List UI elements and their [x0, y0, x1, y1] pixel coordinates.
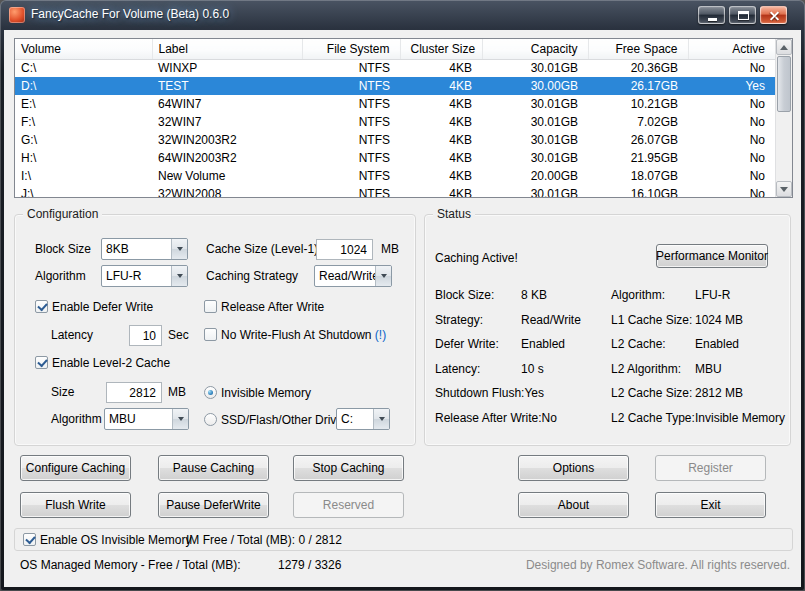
status-field: Block Size:8 KB [435, 288, 547, 302]
maximize-icon [738, 11, 749, 20]
volume-cell: 20.00GB [482, 167, 588, 185]
status-field: L1 Cache Size:1024 MB [611, 313, 743, 327]
volume-cell: 4KB [400, 59, 482, 77]
block-size-label: Block Size [35, 238, 91, 260]
about-button[interactable]: About [518, 492, 629, 518]
chevron-down-icon[interactable] [375, 266, 391, 286]
scroll-down-button[interactable] [776, 181, 792, 197]
invisible-memory-radio[interactable] [204, 386, 217, 399]
volume-row[interactable]: E:\64WIN7NTFS4KB30.01GB10.21GBNo [15, 95, 775, 113]
status-field-value: Enabled [521, 337, 565, 351]
status-field-label: L2 Algorithm: [611, 362, 695, 376]
column-header-label[interactable]: Label [152, 39, 302, 59]
volume-row[interactable]: G:\32WIN2003R2NTFS4KB30.01GB26.07GBNo [15, 131, 775, 149]
block-size-combo[interactable]: 8KB [101, 238, 188, 260]
status-field-label: Algorithm: [611, 288, 695, 302]
maximize-button[interactable] [729, 6, 756, 24]
volume-row[interactable]: I:\New VolumeNTFS4KB20.00GB18.07GBNo [15, 167, 775, 185]
enable-level2-cache-label[interactable]: Enable Level-2 Cache [52, 355, 170, 371]
arrow-down-icon [780, 187, 788, 192]
release-after-write-checkbox[interactable] [204, 300, 217, 313]
volume-row[interactable]: D:\TESTNTFS4KB30.00GB26.17GBYes [15, 77, 775, 95]
window-controls [698, 6, 787, 24]
status-field: Shutdown Flush:Yes [435, 386, 544, 400]
volume-row[interactable]: H:\64WIN2003R2NTFS4KB30.01GB21.95GBNo [15, 149, 775, 167]
volume-cell: 4KB [400, 149, 482, 167]
title-bar[interactable]: FancyCache For Volume (Beta) 0.6.0 [0, 0, 805, 30]
status-field: Release After Write:No [435, 411, 557, 425]
volume-cell: H:\ [15, 149, 152, 167]
volume-row[interactable]: C:\WINXPNTFS4KB30.01GB20.36GBNo [15, 59, 775, 77]
cache-size-input[interactable] [316, 239, 373, 260]
scrollbar-thumb[interactable] [777, 56, 791, 112]
scroll-up-button[interactable] [776, 39, 792, 55]
minimize-button[interactable] [698, 6, 725, 24]
ssd-drive-label[interactable]: SSD/Flash/Other Drive [221, 412, 343, 428]
volume-cell: NTFS [302, 95, 400, 113]
performance-monitor-button[interactable]: Performance Monitor [656, 244, 768, 268]
l2-size-label: Size [51, 381, 74, 403]
status-field-value: 2812 MB [695, 386, 743, 400]
volume-list: Volume Label File System Cluster Size Ca… [14, 38, 793, 198]
release-after-write-label[interactable]: Release After Write [221, 299, 324, 315]
volume-cell: NTFS [302, 113, 400, 131]
volume-cell: F:\ [15, 113, 152, 131]
configure-caching-button[interactable]: Configure Caching [20, 455, 131, 481]
l2-size-input[interactable] [106, 382, 162, 403]
l2-algorithm-combo[interactable]: MBU [104, 408, 189, 430]
ssd-drive-value: C: [337, 412, 373, 426]
close-button[interactable] [760, 6, 787, 24]
volume-cell: I:\ [15, 167, 152, 185]
status-row: Latency:10 sL2 Algorithm:MBU [435, 362, 782, 387]
chevron-down-icon[interactable] [171, 239, 187, 259]
ssd-drive-radio[interactable] [204, 413, 217, 426]
latency-input[interactable] [129, 325, 162, 346]
volume-cell: 30.01GB [482, 131, 588, 149]
stop-caching-button[interactable]: Stop Caching [293, 455, 404, 481]
window-title: FancyCache For Volume (Beta) 0.6.0 [31, 0, 229, 29]
volume-cell: 30.01GB [482, 149, 588, 167]
vertical-scrollbar[interactable] [775, 39, 792, 197]
enable-defer-write-label[interactable]: Enable Defer Write [52, 299, 153, 315]
exit-button[interactable]: Exit [655, 492, 766, 518]
pause-caching-button[interactable]: Pause Caching [158, 455, 269, 481]
pause-deferwrite-button[interactable]: Pause DeferWrite [158, 492, 269, 518]
volume-cell: 4KB [400, 77, 482, 95]
chevron-down-icon[interactable] [373, 409, 389, 429]
status-row: Shutdown Flush:YesL2 Cache Size:2812 MB [435, 386, 782, 411]
enable-defer-write-checkbox[interactable] [35, 300, 48, 313]
volume-cell: NTFS [302, 185, 400, 197]
volume-cell: 30.01GB [482, 59, 588, 77]
flush-write-button[interactable]: Flush Write [20, 492, 131, 518]
ssd-drive-combo[interactable]: C: [336, 408, 390, 430]
column-header-free-space[interactable]: Free Space [588, 39, 688, 59]
l2-algorithm-value: MBU [105, 412, 172, 426]
enable-level2-cache-checkbox[interactable] [35, 356, 48, 369]
caching-strategy-combo[interactable]: Read/Write [314, 265, 392, 287]
volume-row[interactable]: F:\32WIN7NTFS4KB30.01GB7.02GBNo [15, 113, 775, 131]
algorithm-combo[interactable]: LFU-R [101, 265, 188, 287]
chevron-down-icon[interactable] [172, 409, 188, 429]
volume-cell: D:\ [15, 77, 152, 95]
enable-os-invisible-memory-label[interactable]: Enable OS Invisible Memory [40, 532, 191, 548]
chevron-down-icon[interactable] [171, 266, 187, 286]
column-header-volume[interactable]: Volume [15, 39, 152, 59]
register-button: Register [655, 455, 766, 481]
no-write-flush-checkbox[interactable] [204, 328, 217, 341]
enable-os-invisible-memory-checkbox[interactable] [23, 533, 36, 546]
column-header-file-system[interactable]: File System [302, 39, 400, 59]
volume-cell: TEST [152, 77, 302, 95]
volume-cell: 7.02GB [588, 113, 688, 131]
options-button[interactable]: Options [518, 455, 629, 481]
column-header-capacity[interactable]: Capacity [482, 39, 588, 59]
no-write-flush-label[interactable]: No Write-Flush At Shutdown (!) [221, 327, 386, 343]
invisible-memory-label[interactable]: Invisible Memory [221, 385, 311, 401]
scrollbar-track[interactable] [776, 55, 792, 181]
volume-cell: 30.00GB [482, 77, 588, 95]
volume-cell: E:\ [15, 95, 152, 113]
volume-row[interactable]: J:\32WIN2008NTFS4KB30.01GB16.10GBNo [15, 185, 775, 197]
volume-cell: C:\ [15, 59, 152, 77]
column-header-active[interactable]: Active [688, 39, 775, 59]
volume-cell: New Volume [152, 167, 302, 185]
column-header-cluster-size[interactable]: Cluster Size [400, 39, 482, 59]
